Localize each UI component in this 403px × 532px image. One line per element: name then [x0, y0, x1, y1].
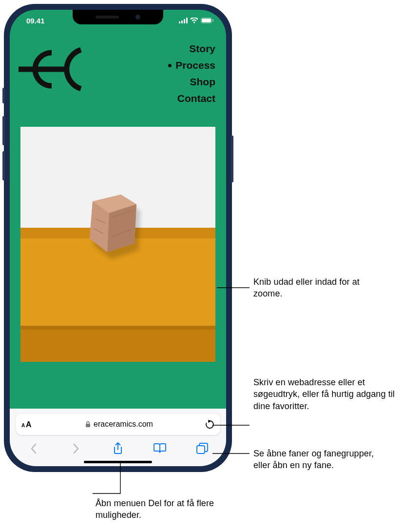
callout-share: Åbn menuen Del for at få flere mulighede…: [96, 497, 242, 521]
safari-content[interactable]: Story Process Shop Contact: [10, 10, 226, 466]
active-dot-icon: [168, 64, 172, 67]
svg-text:A: A: [21, 423, 25, 428]
share-button[interactable]: [106, 442, 130, 455]
text-size-button[interactable]: AA: [21, 420, 33, 429]
hero-image[interactable]: [20, 127, 215, 362]
phone-screen: 09.41 Story: [10, 10, 226, 466]
svg-rect-5: [202, 19, 211, 22]
lock-icon: [85, 421, 91, 428]
tabs-button[interactable]: [191, 442, 214, 455]
status-icons: [179, 18, 213, 23]
phone-frame: 09.41 Story: [4, 4, 232, 472]
volume-up: [2, 116, 5, 145]
svg-rect-14: [86, 424, 90, 427]
svg-rect-0: [179, 21, 180, 23]
svg-rect-16: [197, 446, 205, 453]
back-button[interactable]: [22, 443, 45, 454]
nav-item-process[interactable]: Process: [168, 59, 215, 71]
nav-label: Shop: [190, 76, 216, 88]
nav-item-story[interactable]: Story: [189, 43, 215, 55]
svg-rect-6: [212, 20, 213, 22]
status-time: 09.41: [26, 17, 45, 25]
svg-rect-1: [181, 20, 183, 23]
safari-toolbar: [10, 437, 226, 460]
svg-rect-3: [186, 18, 188, 23]
site-logo[interactable]: [18, 43, 91, 96]
nav-label: Story: [189, 43, 215, 55]
wifi-icon: [190, 18, 198, 23]
bookmarks-button[interactable]: [148, 443, 172, 454]
cellular-icon: [179, 18, 188, 23]
callout-tabs: Se åbne faner og fanegrupper, eller åbn …: [253, 448, 380, 472]
svg-rect-2: [184, 19, 185, 23]
nav-item-contact[interactable]: Contact: [177, 93, 215, 104]
speaker-grille: [96, 16, 119, 19]
front-camera: [135, 15, 140, 20]
url-display[interactable]: eraceramics.com: [38, 420, 200, 429]
callout-zoom: Knib udad eller indad for at zoome.: [253, 276, 390, 300]
battery-icon: [201, 18, 213, 23]
mute-switch: [2, 88, 5, 103]
side-button: [231, 136, 233, 182]
site-header: Story Process Shop Contact: [10, 31, 226, 109]
nav-label: Process: [175, 59, 215, 71]
callout-address: Skriv en webadresse eller et søgeudtryk,…: [253, 376, 400, 412]
svg-text:A: A: [26, 420, 32, 429]
nav-item-shop[interactable]: Shop: [190, 76, 216, 88]
volume-down: [2, 151, 5, 180]
site-nav: Story Process Shop Contact: [168, 43, 215, 104]
address-bar[interactable]: AA eraceramics.com: [16, 414, 220, 435]
url-text: eraceramics.com: [94, 420, 153, 429]
forward-button[interactable]: [64, 443, 88, 454]
clay-block: [84, 190, 141, 255]
home-indicator[interactable]: [84, 461, 152, 463]
table-front-edge: [20, 330, 215, 362]
reload-button[interactable]: [205, 419, 214, 430]
nav-label: Contact: [177, 93, 215, 104]
notch: [73, 10, 163, 24]
